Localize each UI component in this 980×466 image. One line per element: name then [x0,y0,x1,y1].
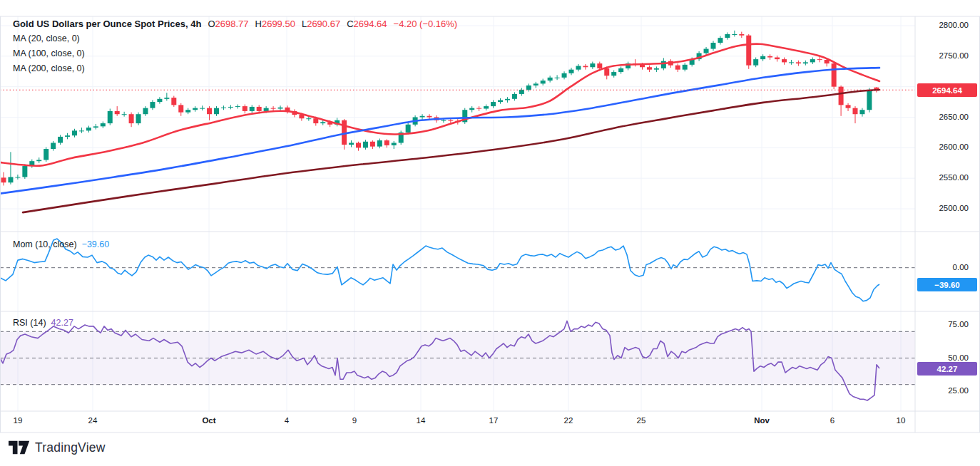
momentum-legend[interactable]: Mom (10, close)−39.60 [13,239,109,249]
time-scale-label: Oct [202,416,215,425]
ohlc-values: O2698.77H2699.50L2690.67C2694.64 [208,19,387,29]
ohlc-item: O2698.77 [208,19,248,29]
time-scale-label: 9 [352,416,357,425]
candle-body [796,62,801,63]
candle-body [1,177,6,182]
candle-body [164,98,169,99]
candle-body [675,66,680,70]
candle-body [185,110,190,112]
candle-body [739,34,744,36]
chart-canvas[interactable] [0,0,980,466]
candle-body [36,160,41,161]
candle-body [65,135,70,137]
tradingview-logo[interactable]: TradingView [9,440,106,455]
ma-line [23,90,879,212]
candle-body [8,177,13,182]
change-value: −4.20 (−0.16%) [394,19,458,29]
main-legend[interactable]: Gold US Dollars per Ounce Spot Prices, 4… [13,19,457,29]
candle-body [363,142,368,148]
candle-body [221,108,226,108]
candle-body [320,122,325,123]
candle-body [228,107,233,108]
candle-body [193,108,198,110]
candle-body [526,86,531,90]
candle-body [725,34,730,38]
candle-body [115,111,120,114]
momentum-legend-value: −39.60 [82,239,110,249]
ohlc-item: H2699.50 [255,19,295,29]
candle-body [505,99,510,100]
candle-body [782,59,787,62]
candle-body [271,108,276,109]
candle-body [654,68,659,70]
ma200-legend[interactable]: MA (200, close, 0) [13,63,85,73]
candle-body [498,100,503,103]
price-scale-label: 2650.00 [915,113,969,121]
candle-body [349,143,354,145]
candle-body [469,108,474,110]
candle-body [93,126,98,128]
symbol-title: Gold US Dollars per Ounce Spot Prices, 4… [13,19,201,29]
candle-body [178,105,183,112]
rsi-legend-value: 42.27 [51,318,73,328]
candle-body [420,116,425,118]
candle-body [562,73,567,78]
time-scale-label: 6 [830,416,834,425]
candle-body [853,108,858,115]
candle-body [200,108,205,109]
time-scale-label: 10 [897,416,906,425]
candle-body [519,90,524,94]
candle-body [576,66,581,70]
candle-body [157,99,162,102]
candle-body [541,81,546,83]
candle-body [647,67,652,69]
price-scale-label: 2500.00 [915,204,969,212]
candle-body [79,130,84,131]
ohlc-item: L2690.67 [302,19,340,29]
candle-body [122,114,127,115]
candle-body [51,143,56,149]
candle-body [534,83,539,86]
time-scale-label: 25 [637,416,646,425]
candle-body [264,108,269,111]
tradingview-chart: Gold US Dollars per Ounce Spot Prices, 4… [0,0,980,466]
candle-body [235,106,240,107]
price-scale-label: 2600.00 [915,143,969,151]
candle-body [207,108,212,115]
candle-body [760,56,765,59]
time-scale-label: 14 [417,416,426,425]
candle-body [711,43,716,49]
ma100-legend[interactable]: MA (100, close, 0) [13,48,85,58]
candle-body [356,143,361,147]
candle-body [476,108,481,109]
price-scale-label: 75.00 [915,320,969,328]
candle-body [370,142,375,147]
time-scale-label: 4 [285,416,289,425]
tradingview-mark-icon [9,440,30,455]
candle-body [569,70,574,73]
rsi-legend[interactable]: RSI (14)42.27 [13,318,73,328]
candle-body [753,59,758,66]
candle-body [767,56,772,58]
candle-body [313,118,318,123]
candle-body [484,106,489,108]
candle-body [392,143,397,145]
candle-body [604,68,609,76]
candle-body [597,63,602,68]
candle-body [732,34,737,35]
time-scale-label: 22 [564,416,573,425]
candle-body [555,78,560,78]
candle-body [832,63,837,87]
candle-body [278,108,283,109]
candle-body [803,62,808,63]
price-scale-label: 50.00 [915,353,969,362]
momentum-value-badge: −39.60 [917,278,977,291]
candle-body [243,106,247,111]
candle-body [171,98,176,105]
ma20-legend[interactable]: MA (20, close, 0) [13,33,80,43]
candle-body [548,78,553,81]
time-scale-label: 19 [14,416,23,425]
candle-body [214,108,219,115]
candle-body [839,87,844,105]
candle-body [306,118,311,119]
